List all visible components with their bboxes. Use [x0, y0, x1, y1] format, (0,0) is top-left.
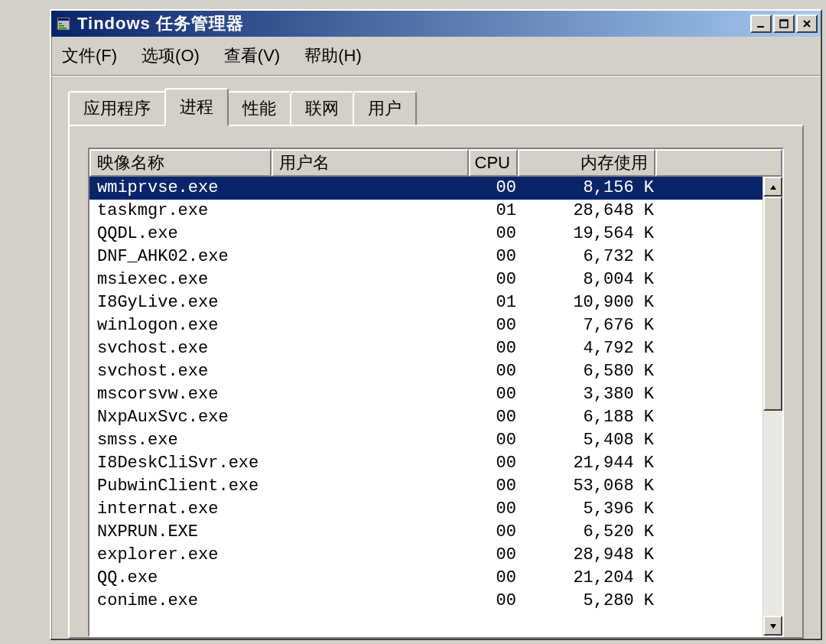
svg-rect-4 [59, 28, 67, 29]
process-row[interactable]: DNF_AHK02.exe006,732 K [89, 246, 763, 268]
arrow-down-icon [769, 618, 777, 634]
cell-cpu: 00 [472, 498, 521, 521]
cell-image-name: QQ.exe [93, 567, 275, 590]
menu-view[interactable]: 查看(V) [215, 41, 289, 70]
cell-mem: 4,792 K [521, 337, 659, 360]
client-area: 应用程序 进程 性能 联网 用户 映像名称 用户名 CPU 内存使用 wmipr… [51, 76, 821, 639]
cell-mem: 21,944 K [521, 452, 659, 475]
process-row[interactable]: explorer.exe0028,948 K [89, 544, 763, 567]
process-row[interactable]: conime.exe005,280 K [89, 590, 763, 613]
tab-users[interactable]: 用户 [353, 91, 417, 129]
cell-cpu: 00 [472, 268, 521, 291]
cell-image-name: wmiprvse.exe [93, 177, 275, 200]
cell-mem: 6,188 K [521, 406, 659, 429]
cell-user-name [275, 475, 472, 498]
vertical-scrollbar[interactable] [763, 177, 782, 636]
cell-cpu: 00 [472, 246, 521, 268]
cell-user-name [275, 521, 472, 544]
cell-image-name: DNF_AHK02.exe [93, 246, 275, 268]
col-header-mem-usage[interactable]: 内存使用 [518, 149, 655, 177]
cell-cpu: 00 [472, 177, 521, 200]
scroll-up-button[interactable] [763, 177, 782, 197]
scroll-thumb[interactable] [763, 197, 782, 411]
tab-networking[interactable]: 联网 [290, 91, 354, 129]
cell-image-name: internat.exe [93, 498, 275, 521]
tab-performance[interactable]: 性能 [227, 91, 291, 129]
process-row[interactable]: wmiprvse.exe008,156 K [89, 177, 763, 200]
cell-user-name [275, 360, 472, 383]
cell-mem: 5,280 K [521, 590, 659, 613]
menubar: 文件(F) 选项(O) 查看(V) 帮助(H) [51, 37, 821, 76]
cell-image-name: svchost.exe [93, 337, 275, 360]
cell-user-name [275, 590, 472, 613]
cell-mem: 5,408 K [521, 429, 659, 452]
cell-user-name [275, 383, 472, 406]
menu-help[interactable]: 帮助(H) [295, 41, 371, 70]
process-row[interactable]: mscorsvw.exe003,380 K [89, 383, 763, 406]
cell-image-name: NXPRUN.EXE [93, 521, 275, 544]
col-header-user-name[interactable]: 用户名 [272, 149, 469, 177]
process-row[interactable]: I8DeskCliSvr.exe0021,944 K [89, 452, 763, 475]
cell-mem: 10,900 K [521, 291, 659, 314]
cell-image-name: I8DeskCliSvr.exe [93, 452, 275, 475]
cell-mem: 6,732 K [521, 246, 659, 268]
scroll-down-button[interactable] [763, 616, 782, 636]
col-header-cpu[interactable]: CPU [469, 149, 518, 177]
tab-strip: 应用程序 进程 性能 联网 用户 [68, 88, 804, 126]
process-row[interactable]: winlogon.exe007,676 K [89, 314, 763, 337]
cell-cpu: 00 [472, 406, 521, 429]
cell-user-name [275, 200, 472, 223]
menu-file[interactable]: 文件(F) [53, 41, 126, 70]
cell-mem: 3,380 K [521, 383, 659, 406]
cell-image-name: winlogon.exe [93, 314, 275, 337]
tab-applications[interactable]: 应用程序 [68, 91, 166, 129]
col-header-blank[interactable] [655, 149, 782, 177]
cell-user-name [275, 268, 472, 291]
close-button[interactable] [796, 15, 818, 33]
arrow-up-icon [769, 179, 777, 195]
process-row[interactable]: PubwinClient.exe0053,068 K [89, 475, 763, 498]
minimize-button[interactable] [750, 15, 772, 33]
process-row[interactable]: svchost.exe006,580 K [89, 360, 763, 383]
process-row[interactable]: svchost.exe004,792 K [89, 337, 763, 360]
cell-user-name [275, 452, 472, 475]
cell-image-name: PubwinClient.exe [93, 475, 275, 498]
cell-user-name [275, 177, 472, 200]
menu-options[interactable]: 选项(O) [132, 41, 209, 70]
cell-cpu: 00 [472, 360, 521, 383]
cell-image-name: I8GyLive.exe [93, 291, 275, 314]
cell-cpu: 00 [472, 590, 521, 613]
cell-user-name [275, 337, 472, 360]
svg-rect-1 [58, 18, 69, 21]
cell-user-name [275, 544, 472, 567]
process-row[interactable]: I8GyLive.exe0110,900 K [89, 291, 763, 314]
cell-image-name: NxpAuxSvc.exe [93, 406, 275, 429]
process-row[interactable]: smss.exe005,408 K [89, 429, 763, 452]
cell-cpu: 01 [472, 291, 521, 314]
cell-mem: 8,004 K [521, 268, 659, 291]
tab-processes[interactable]: 进程 [164, 88, 229, 126]
maximize-button[interactable] [773, 15, 795, 33]
scroll-track[interactable] [763, 197, 782, 616]
cell-cpu: 00 [472, 314, 521, 337]
svg-rect-5 [757, 26, 764, 28]
cell-cpu: 00 [472, 452, 521, 475]
process-row[interactable]: QQDL.exe0019,564 K [89, 223, 763, 246]
process-row[interactable]: QQ.exe0021,204 K [89, 567, 763, 590]
col-header-image-name[interactable]: 映像名称 [89, 149, 272, 177]
cell-user-name [275, 291, 472, 314]
cell-mem: 53,068 K [521, 475, 659, 498]
app-icon [54, 15, 73, 33]
titlebar[interactable]: Tindows 任务管理器 [51, 11, 821, 37]
process-row[interactable]: NxpAuxSvc.exe006,188 K [89, 406, 763, 429]
process-listview: 映像名称 用户名 CPU 内存使用 wmiprvse.exe008,156 Kt… [88, 148, 784, 637]
process-row[interactable]: internat.exe005,396 K [89, 498, 763, 521]
cell-user-name [275, 429, 472, 452]
cell-user-name [275, 314, 472, 337]
svg-rect-3 [59, 25, 64, 27]
cell-mem: 21,204 K [521, 567, 659, 590]
cell-user-name [275, 223, 472, 246]
process-row[interactable]: taskmgr.exe0128,648 K [89, 200, 763, 223]
process-row[interactable]: msiexec.exe008,004 K [89, 268, 763, 291]
process-row[interactable]: NXPRUN.EXE006,520 K [89, 521, 763, 544]
